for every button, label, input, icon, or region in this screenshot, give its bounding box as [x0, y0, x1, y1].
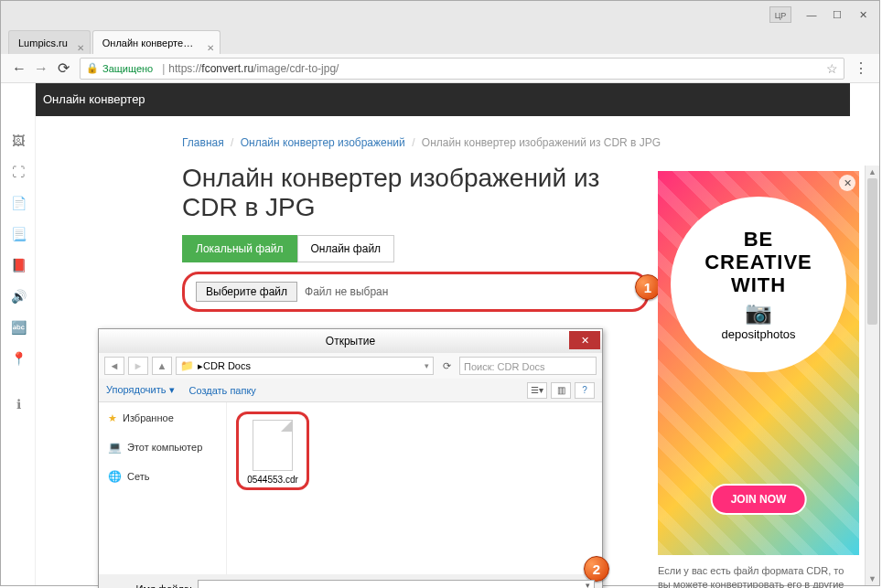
image-icon[interactable]: 🖼: [1, 125, 36, 156]
advertisement[interactable]: ✕ BE CREATIVE WITH 📷 depositphotos JOIN …: [658, 171, 859, 555]
user-badge[interactable]: ЦР: [769, 6, 791, 23]
dialog-back-button[interactable]: ◄: [104, 357, 124, 375]
dialog-up-button[interactable]: ▲: [152, 357, 172, 375]
file-item-cdr[interactable]: 0544553.cdr 2: [236, 412, 309, 490]
url-input[interactable]: 🔒 Защищено | https:// fconvert.ru /image…: [80, 58, 844, 80]
browser-tabs-bar: Lumpics.ru ✕ Онлайн конвертер изоб ✕: [1, 28, 879, 54]
folder-icon: 📁: [180, 359, 194, 372]
scroll-up-icon[interactable]: ▲: [866, 166, 879, 178]
window-maximize-button[interactable]: [824, 5, 850, 24]
camera-icon: 📷: [745, 300, 772, 326]
lock-icon: 🔒: [86, 62, 99, 74]
page-title: Онлайн конвертер изображений из CDR в JP…: [182, 164, 658, 222]
breadcrumb-home[interactable]: Главная: [182, 136, 224, 149]
tab-online-file[interactable]: Онлайн файл: [297, 235, 395, 262]
close-icon[interactable]: ✕: [207, 37, 214, 54]
help-button[interactable]: ?: [575, 382, 595, 399]
file-status: Файл не выбран: [305, 285, 388, 298]
forward-button: →: [30, 58, 52, 80]
left-tools-sidebar: 🖼 ⛶ 📄 📃 📕 🔊 🔤 📍 ℹ: [1, 83, 36, 585]
window-minimize-button[interactable]: [799, 5, 824, 24]
dialog-path-input[interactable]: 📁 ▸ CDR Docs ▾: [176, 357, 434, 375]
scroll-down-icon[interactable]: ▼: [866, 572, 879, 585]
choose-file-button[interactable]: Выберите файл: [196, 282, 297, 302]
sidebar-this-pc[interactable]: 💻Этот компьютер: [102, 437, 222, 457]
hint-text-block: Если у вас есть файл формата CDR, то вы …: [658, 564, 859, 588]
breadcrumb: Главная / Онлайн конвертер изображений /…: [182, 125, 879, 156]
dialog-forward-button: ►: [128, 357, 148, 375]
dialog-title: Открытие ✕: [99, 329, 602, 353]
new-folder-button[interactable]: Создать папку: [189, 385, 256, 396]
dialog-sidebar: ★Избранное 💻Этот компьютер 🌐Сеть: [99, 402, 227, 574]
organize-menu[interactable]: Упорядочить ▾: [106, 384, 175, 396]
dialog-refresh-button[interactable]: ⟳: [437, 360, 456, 372]
document-icon[interactable]: 📃: [1, 219, 36, 250]
ad-brand: depositphotos: [722, 327, 796, 341]
back-button[interactable]: ←: [8, 58, 30, 80]
browser-tab-fconvert[interactable]: Онлайн конвертер изоб ✕: [92, 30, 220, 54]
resize-icon[interactable]: ⛶: [1, 156, 36, 187]
breadcrumb-section[interactable]: Онлайн конвертер изображений: [241, 136, 405, 149]
address-bar: ← → ⟳ 🔒 Защищено | https:// fconvert.ru …: [1, 54, 879, 83]
filename-input[interactable]: [198, 580, 595, 588]
view-options-button[interactable]: ☰▾: [527, 382, 547, 399]
file-icon[interactable]: 📄: [1, 187, 36, 219]
window-close-button[interactable]: [850, 5, 876, 24]
dialog-search-input[interactable]: Поиск: CDR Docs: [459, 357, 597, 375]
tab-label: Lumpics.ru: [18, 37, 68, 48]
info-icon[interactable]: ℹ: [1, 389, 36, 420]
page-scrollbar[interactable]: ▲ ▼: [865, 166, 879, 585]
file-picker-row: Выберите файл Файл не выбран 1: [182, 272, 649, 312]
url-host: fconvert.ru: [201, 62, 253, 75]
ad-cta-button[interactable]: JOIN NOW: [711, 484, 807, 515]
audio-icon[interactable]: 🔊: [1, 281, 36, 312]
reload-button[interactable]: ⟳: [52, 58, 74, 80]
scroll-thumb[interactable]: [867, 178, 877, 325]
sidebar-favorites[interactable]: ★Избранное: [102, 408, 222, 428]
site-header: Онлайн конвертер: [30, 83, 850, 116]
url-path: /image/cdr-to-jpg/: [253, 62, 339, 75]
callout-badge-1: 1: [635, 274, 661, 300]
browser-tab-lumpics[interactable]: Lumpics.ru ✕: [8, 30, 91, 54]
dialog-file-list[interactable]: 0544553.cdr 2: [227, 402, 602, 574]
callout-badge-2: 2: [584, 556, 609, 582]
location-icon[interactable]: 📍: [1, 343, 36, 374]
preview-pane-button[interactable]: ▥: [551, 382, 571, 399]
file-icon: [253, 420, 293, 471]
window-titlebar: ЦР: [1, 1, 879, 28]
dialog-close-button[interactable]: ✕: [569, 331, 600, 349]
sidebar-network[interactable]: 🌐Сеть: [102, 466, 222, 486]
secure-label: Защищено: [102, 63, 153, 74]
ad-close-icon[interactable]: ✕: [839, 175, 855, 191]
star-icon: ★: [108, 412, 117, 424]
breadcrumb-current: Онлайн конвертер изображений из CDR в JP…: [422, 136, 661, 149]
tab-local-file[interactable]: Локальный файл: [182, 235, 297, 262]
file-open-dialog: Открытие ✕ ◄ ► ▲ 📁 ▸ CDR Docs ▾ ⟳ Поиск:…: [98, 328, 603, 588]
book-icon[interactable]: 📕: [1, 250, 36, 281]
ad-content-circle: BE CREATIVE WITH 📷 depositphotos: [671, 197, 846, 372]
browser-menu-button[interactable]: ⋮: [850, 59, 872, 77]
filename-label: Имя файла:: [106, 583, 198, 588]
font-icon[interactable]: 🔤: [1, 312, 36, 343]
file-name-label: 0544553.cdr: [239, 475, 307, 485]
bookmark-star-icon[interactable]: ☆: [826, 61, 838, 76]
tab-label: Онлайн конвертер изоб: [102, 37, 213, 48]
url-scheme: https://: [168, 62, 201, 75]
close-icon[interactable]: ✕: [77, 37, 84, 54]
network-icon: 🌐: [108, 470, 122, 483]
computer-icon: 💻: [108, 441, 122, 454]
